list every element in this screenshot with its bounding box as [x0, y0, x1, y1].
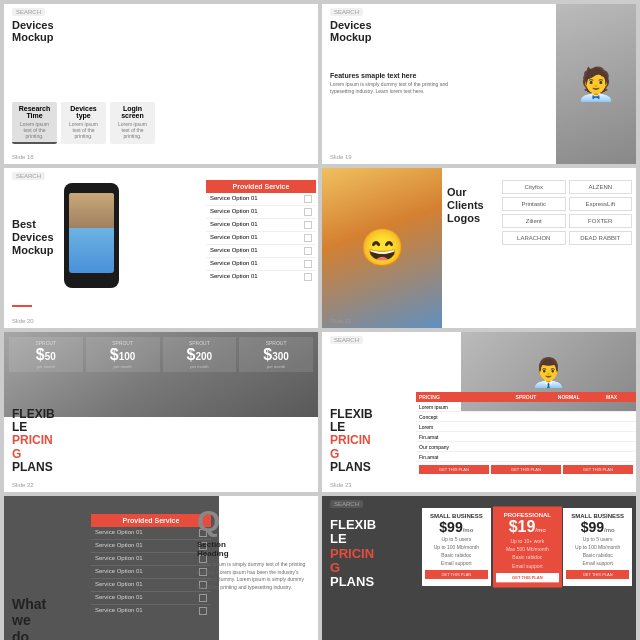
slide-22-pricing-cols: SPROUT $50 per month SPROUT $100 per mon… — [9, 337, 313, 372]
slide-20-title: BestDevicesMockup — [12, 218, 54, 258]
list-item: Service Option 01 — [206, 219, 316, 232]
slide-21-woman: 😄 — [322, 168, 442, 328]
price-col-1: SPROUT $50 per month — [9, 337, 83, 372]
logo-printastic: Printastic — [502, 197, 566, 211]
slide-23-search: SEARCH — [330, 336, 363, 344]
price-col-3: SPROUT $200 per month — [163, 337, 237, 372]
tab-research[interactable]: Research Time Lorem ipsum text of the pr… — [12, 102, 57, 144]
slide-20: SEARCH BestDevicesMockup Provided Servic… — [4, 168, 318, 328]
slide-20-phone — [64, 183, 119, 288]
slide-22-number: Slide 22 — [12, 482, 34, 488]
slide-20-screen — [69, 193, 114, 273]
price-col-2: SPROUT $100 per month — [86, 337, 160, 372]
table-row: Fin.amat — [416, 452, 636, 462]
card-2-feature-4: Email support — [496, 562, 559, 570]
tab-research-title: Research Time — [16, 105, 53, 119]
slide-25: SEARCH FLEXIBLEPRICINGPLANS SMALL BUSINE… — [322, 496, 636, 640]
card-3-feature-2: Up to 100 Mb/month — [566, 543, 629, 551]
slide-20-service-box: Provided Service Service Option 01 Servi… — [206, 180, 316, 283]
slide-19-number: Slide 19 — [330, 154, 352, 160]
logo-deadrabbit: DEAD RABBIT — [569, 231, 633, 245]
slide-18-title: DevicesMockup — [12, 19, 54, 43]
card-3-btn[interactable]: GET THIS PLAN — [566, 570, 629, 579]
card-2-feature-2: Max 500 Mb/month — [496, 545, 559, 553]
card-1-btn[interactable]: GET THIS PLAN — [425, 570, 488, 579]
price-per-2: per month — [89, 364, 157, 369]
price-card-2-featured: PROFESSIONAL $19/mo Up to 10+ work Max 5… — [493, 506, 562, 587]
card-2-price: $19/mo — [496, 518, 559, 537]
slide-24-title: Whatwedo — [12, 596, 46, 640]
list-item: Service Option 01 — [206, 232, 316, 245]
price-per-3: per month — [166, 364, 234, 369]
tab-devices[interactable]: Devicestype Lorem ipsum text of the prin… — [61, 102, 106, 144]
table-header: PRICING SPROUT NORMAL MAX — [416, 392, 636, 402]
slide-19-search: SEARCH — [330, 8, 363, 16]
logo-zilient: Zilient — [502, 214, 566, 228]
logo-alzenn: ALZENN — [569, 180, 633, 194]
slide-18-number: Slide 18 — [12, 154, 34, 160]
slide-21-number: Slide 21 — [330, 318, 352, 324]
table-row: Our company — [416, 442, 636, 452]
list-item: Service Option 01 — [206, 193, 316, 206]
price-card-3: SMALL BUSINESS $99/mo Up to 5 users Up t… — [563, 508, 632, 586]
slide-24-q-text: Lorem ipsum is simply dummy text of the … — [197, 561, 310, 591]
slide-23: SEARCH 👨‍💼 PRICING SPROUT NORMAL MAX Lor… — [322, 332, 636, 492]
slide-20-screen-img — [69, 193, 114, 228]
table-row: Fin.amat — [416, 432, 636, 442]
slide-20-service-header: Provided Service — [206, 180, 316, 193]
card-3-feature-3: Basic rabidoc — [566, 551, 629, 559]
price-per-1: per month — [12, 364, 80, 369]
slide-22-title: FLEXIBLEPRICINGPLANS — [12, 408, 55, 474]
tab-login[interactable]: Loginscreen Lorem ipsum text of the prin… — [110, 102, 155, 144]
slide-24: SEARCH Provided Service Service Option 0… — [4, 496, 318, 640]
logo-expresslift: ExpressLift — [569, 197, 633, 211]
list-item: Service Option 01 — [206, 258, 316, 271]
slide-24-q-letter: Q — [197, 504, 310, 538]
tab-login-sub: Lorem ipsum text of the printing. — [114, 121, 151, 139]
slide-19-feature-title: Features smaple text here — [330, 72, 470, 79]
card-1-price: $99/mo — [425, 519, 488, 535]
card-2-feature-1: Up to 10+ work — [496, 537, 559, 545]
slide-21-logos: Cityfox ALZENN Printastic ExpressLift Zi… — [502, 180, 632, 245]
price-col-4: SPROUT $300 per month — [239, 337, 313, 372]
price-card-1: SMALL BUSINESS $99/mo Up to 5 users Up t… — [422, 508, 491, 586]
card-2-feature-3: Basic rabidoc — [496, 553, 559, 561]
price-amount-1: $50 — [12, 346, 80, 364]
list-item: Service Option 01 — [206, 206, 316, 219]
slide-25-cards: SMALL BUSINESS $99/mo Up to 5 users Up t… — [422, 508, 632, 586]
card-1-feature-3: Basic rabidoc — [425, 551, 488, 559]
slides-grid: SEARCH DevicesMockup Research Time Lorem… — [0, 0, 640, 640]
card-2-btn[interactable]: GET THIS PLAN — [496, 573, 559, 582]
slide-22-bg: SPROUT $50 per month SPROUT $100 per mon… — [4, 332, 318, 417]
slide-20-redline — [12, 305, 32, 307]
get-plan-btn-1[interactable]: GET THIS PLAN — [419, 465, 489, 474]
logo-cityfox: Cityfox — [502, 180, 566, 194]
slide-25-search: SEARCH — [330, 500, 363, 508]
card-1-feature-1: Up to 5 users — [425, 535, 488, 543]
tab-login-title: Loginscreen — [114, 105, 151, 119]
btn-row: GET THIS PLAN GET THIS PLAN GET THIS PLA… — [416, 462, 636, 477]
slide-19-person: 🧑‍💼 — [556, 4, 636, 164]
table-row: Lorem — [416, 422, 636, 432]
slide-22: SEARCH SPROUT $50 per month SPROUT $100 … — [4, 332, 318, 492]
card-3-price: $99/mo — [566, 519, 629, 535]
logo-foxter: FOXTER — [569, 214, 633, 228]
card-3-feature-4: Email support — [566, 559, 629, 567]
price-amount-2: $100 — [89, 346, 157, 364]
slide-24-q-title: SectionHeading — [197, 540, 310, 558]
slide-19-features: Features smaple text here Lorem ipsum is… — [330, 72, 470, 95]
tab-devices-title: Devicestype — [65, 105, 102, 119]
card-1-feature-2: Up to 100 Mb/month — [425, 543, 488, 551]
list-item: Service Option 01 — [206, 271, 316, 283]
slide-20-search: SEARCH — [12, 172, 45, 180]
card-3-feature-1: Up to 5 users — [566, 535, 629, 543]
get-plan-btn-2[interactable]: GET THIS PLAN — [491, 465, 561, 474]
table-row: Concept — [416, 412, 636, 422]
get-plan-btn-3[interactable]: GET THIS PLAN — [563, 465, 633, 474]
card-1-feature-4: Email support — [425, 559, 488, 567]
slide-19-title: DevicesMockup — [330, 19, 372, 43]
price-per-4: per month — [242, 364, 310, 369]
list-item: Service Option 01 — [206, 245, 316, 258]
slide-19: SEARCH DevicesMockup 🧑‍💼 Features smaple… — [322, 4, 636, 164]
slide-21-title: OurClientsLogos — [447, 186, 484, 226]
